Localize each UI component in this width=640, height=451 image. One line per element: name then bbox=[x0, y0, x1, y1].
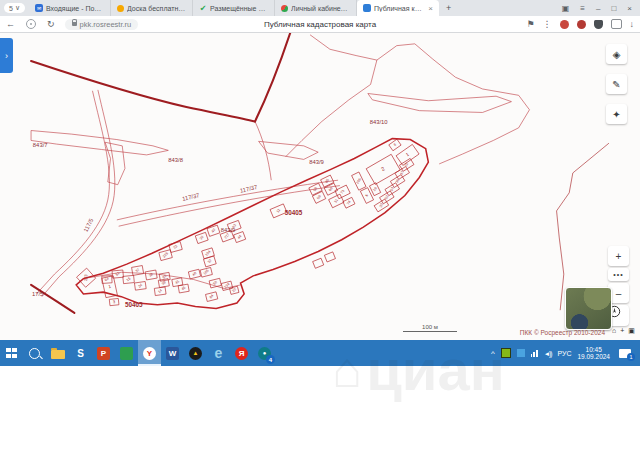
parcel-number: 50 bbox=[212, 280, 218, 286]
map-label: 843/9 bbox=[221, 227, 236, 233]
taskbar-app-yandex[interactable]: Я bbox=[230, 340, 253, 366]
extension-icon-1[interactable] bbox=[560, 20, 569, 29]
dots-icon: ••• bbox=[613, 271, 623, 278]
screenshot-margin bbox=[0, 366, 640, 451]
parcel: 56 bbox=[312, 191, 325, 203]
parcel-number: 31 bbox=[333, 198, 339, 204]
parcel: 33 bbox=[374, 199, 389, 212]
parcel-number: 65 bbox=[324, 178, 330, 184]
parcel-number: 4 bbox=[364, 193, 369, 196]
measure-button[interactable]: ✎ bbox=[606, 74, 627, 94]
tray-gpu-icon[interactable] bbox=[501, 348, 511, 358]
parcel-number: 56 bbox=[316, 195, 322, 201]
clock[interactable]: 10:45 19.09.2024 bbox=[577, 346, 610, 360]
tab-board[interactable]: Доска бесплатных объя bbox=[111, 0, 193, 16]
tray-windows-icon[interactable] bbox=[517, 349, 525, 357]
tab-title: Входящие - Почта Mail bbox=[46, 5, 104, 12]
language-indicator[interactable]: РУС bbox=[557, 350, 571, 357]
tab-cadastral-map[interactable]: Публичная кадастров × bbox=[357, 0, 439, 16]
parcel-number: 74 bbox=[346, 200, 352, 206]
browser-address-bar: ← ↻ pkk.rosreestr.ru Публичная кадастров… bbox=[0, 16, 640, 33]
parcel-boundaries bbox=[31, 35, 529, 297]
refresh-button[interactable]: ↻ bbox=[41, 19, 61, 29]
tray-expand-icon[interactable]: ^ bbox=[491, 349, 495, 358]
extension-icon-3[interactable] bbox=[594, 20, 603, 29]
minimize-button[interactable]: – bbox=[596, 4, 600, 13]
parcel: 8 bbox=[389, 139, 401, 151]
zoom-in-button[interactable]: + bbox=[608, 246, 629, 266]
parcel: 205 bbox=[352, 172, 366, 190]
menu-icon[interactable]: ≡ bbox=[580, 4, 585, 13]
tab-title: Размещённые товары - bbox=[210, 5, 268, 12]
parcels-layer: 1822054262237365352337331746566585611932… bbox=[77, 139, 420, 306]
parcel: 105 bbox=[200, 267, 212, 277]
bookmark-icon[interactable]: ⚑ bbox=[526, 19, 534, 29]
date: 19.09.2024 bbox=[577, 353, 610, 360]
taskbar-search-button[interactable] bbox=[23, 340, 46, 366]
parcel-number: 23 bbox=[173, 244, 179, 250]
parcel: 37 bbox=[132, 266, 144, 276]
search-panel-toggle[interactable]: › bbox=[0, 38, 13, 73]
extension-icon-2[interactable] bbox=[577, 20, 586, 29]
taskbar-app-explorer[interactable] bbox=[46, 340, 69, 366]
parcel-number: 8 bbox=[393, 143, 397, 147]
chat-extension-icon[interactable] bbox=[611, 19, 622, 29]
parcel-number: 14 bbox=[157, 288, 163, 294]
time: 10:45 bbox=[577, 346, 610, 353]
url-field[interactable]: pkk.rosreestr.ru bbox=[65, 19, 139, 30]
taskbar-app-internet-explorer[interactable]: e bbox=[207, 340, 230, 366]
parcel-number: 326 bbox=[162, 252, 169, 259]
cadastral-map[interactable]: 1822054262237365352337331746566585611932… bbox=[0, 33, 640, 340]
back-button[interactable]: ← bbox=[0, 19, 21, 29]
parcel bbox=[313, 258, 324, 268]
taskbar-app-photos[interactable] bbox=[115, 340, 138, 366]
parcel: 64 bbox=[102, 276, 112, 284]
map-label: 843/8 bbox=[168, 157, 183, 163]
parcel-number: 51 bbox=[115, 271, 121, 277]
app-badge: 4 bbox=[266, 355, 275, 364]
new-tab-button[interactable]: + bbox=[439, 3, 458, 13]
parcel-number: 217 bbox=[224, 233, 231, 240]
parcel-number: 73 bbox=[340, 189, 346, 195]
home-icon[interactable]: ⌂ bbox=[612, 327, 616, 335]
tab-title: Личный кабинет - Мои о bbox=[291, 5, 350, 12]
parcel: 74 bbox=[343, 197, 355, 208]
fullscreen-icon[interactable]: ▣ bbox=[628, 327, 635, 335]
taskbar-app-yandex-browser[interactable]: Y bbox=[138, 340, 161, 366]
zoom-more-button[interactable]: ••• bbox=[608, 268, 629, 281]
download-icon[interactable]: ↓ bbox=[630, 19, 635, 29]
map-label: 50405 bbox=[285, 209, 303, 216]
extent-button[interactable]: ✦ bbox=[606, 104, 627, 124]
parcel bbox=[324, 252, 335, 262]
parcel-number: 38 bbox=[148, 272, 154, 278]
taskbar-app-messenger[interactable]: ● 4 bbox=[253, 340, 276, 366]
parcel-number: 84 bbox=[209, 294, 215, 300]
close-icon[interactable]: × bbox=[426, 4, 433, 13]
center-icon[interactable]: + bbox=[620, 327, 624, 335]
shop-icon bbox=[281, 5, 288, 12]
map-label: 843/7 bbox=[33, 142, 48, 148]
parcel: 14 bbox=[154, 287, 166, 296]
close-button[interactable]: × bbox=[627, 4, 632, 13]
taskbar-app-antivirus[interactable]: ▲ bbox=[184, 340, 207, 366]
layers-button[interactable]: ◈ bbox=[606, 44, 627, 64]
taskbar-app-word[interactable]: W bbox=[161, 340, 184, 366]
tab-counter-button[interactable]: 5 ∨ bbox=[4, 3, 25, 13]
action-center-button[interactable]: 1 bbox=[616, 340, 634, 366]
network-icon[interactable] bbox=[531, 350, 538, 357]
parcel-number: 2 bbox=[380, 165, 386, 172]
tab-mail[interactable]: ✉ Входящие - Почта Mail bbox=[29, 0, 111, 16]
parcel-number: 45 bbox=[181, 286, 187, 292]
start-button[interactable] bbox=[0, 340, 23, 366]
tab-account[interactable]: Личный кабинет - Мои о bbox=[275, 0, 357, 16]
protect-shield-icon[interactable] bbox=[26, 19, 36, 29]
parcel-number: 223 bbox=[83, 273, 88, 281]
speaker-icon[interactable]: ◄)) bbox=[544, 350, 552, 357]
taskbar-app-powerpoint[interactable]: P bbox=[92, 340, 115, 366]
side-panel-icon[interactable]: ▣ bbox=[562, 4, 570, 13]
more-options-icon[interactable]: ⋮ bbox=[543, 19, 552, 29]
maximize-button[interactable]: □ bbox=[611, 4, 616, 13]
basemap-thumbnail[interactable] bbox=[565, 287, 612, 330]
taskbar-app-skype[interactable]: S bbox=[69, 340, 92, 366]
tab-goods[interactable]: ✔ Размещённые товары - bbox=[193, 0, 275, 16]
